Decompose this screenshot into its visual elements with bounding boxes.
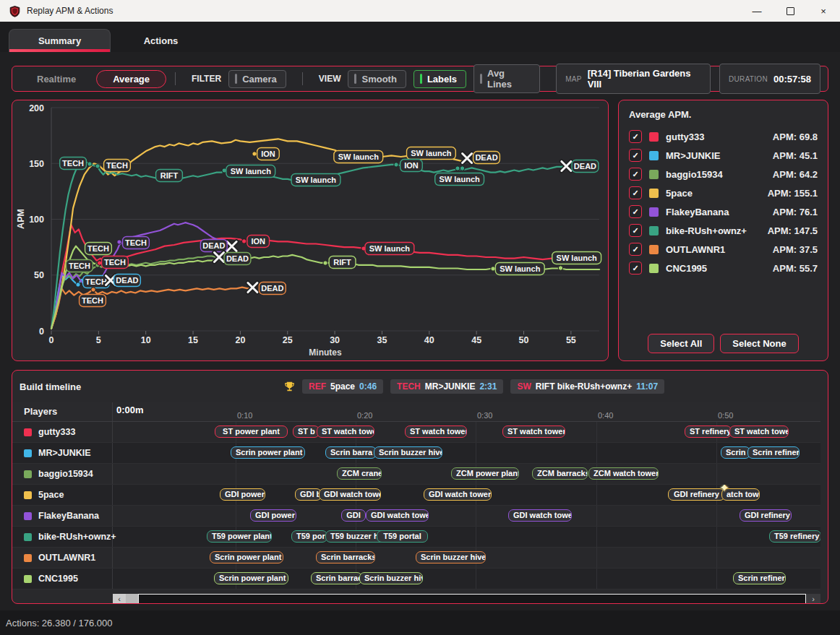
scrollbar-track[interactable] — [126, 594, 138, 604]
x-tick-label: 25 — [283, 335, 293, 345]
smooth-toggle[interactable]: Smooth — [348, 70, 406, 88]
build-badge[interactable]: T59 refinery — [769, 530, 820, 543]
build-badge[interactable]: ZCM power plant — [451, 467, 519, 480]
player-checkbox[interactable]: ✓ — [629, 149, 642, 162]
average-button[interactable]: Average — [96, 70, 166, 88]
build-badge[interactable]: ST watch tower — [502, 426, 565, 438]
player-name: FlakeyBanana — [666, 207, 729, 217]
player-checkbox[interactable]: ✓ — [629, 243, 642, 256]
maximize-button[interactable] — [773, 0, 807, 22]
timeline-player-name: bike-RUsh+ownz+ — [38, 532, 116, 542]
build-badge[interactable]: ST refinery — [685, 426, 732, 438]
build-badge[interactable]: Scrin buzzer hive — [374, 446, 442, 459]
player-checkbox[interactable]: ✓ — [629, 205, 642, 218]
milestone-badge: TECHMR>JUNKIE2:31 — [390, 379, 503, 394]
time-tick-label: 0:30 — [477, 411, 492, 420]
milestone-tag: TECH — [397, 381, 421, 392]
timeline-gridline — [716, 548, 717, 568]
event-label: TECH — [69, 262, 90, 270]
scrollbar-thumb[interactable] — [138, 594, 806, 604]
build-badge[interactable]: GDI refinery — [668, 488, 725, 501]
apm-chart: 0501001502000510152025303540455055APMMin… — [12, 100, 608, 360]
duration-label: DURATION — [729, 75, 768, 83]
scroll-right-button[interactable]: › — [806, 594, 820, 604]
player-checkbox[interactable]: ✓ — [629, 186, 642, 199]
tab-summary[interactable]: Summary — [9, 29, 111, 52]
y-tick-label: 150 — [29, 159, 44, 169]
timeline-track: ZCM craneZCM power plantZCM barracksZCM … — [113, 464, 820, 484]
build-badge[interactable]: ST watch tower — [729, 426, 789, 438]
build-badge[interactable]: ZCM crane — [337, 467, 382, 480]
build-badge[interactable]: Scrin — [721, 446, 750, 459]
tab-actions[interactable]: Actions — [111, 30, 211, 52]
milestone-time: 2:31 — [479, 381, 497, 392]
apm-chart-panel: 0501001502000510152025303540455055APMMin… — [12, 100, 609, 361]
star-icon: ✦ — [719, 485, 729, 496]
timeline-player-name: MR>JUNKIE — [38, 448, 91, 458]
timeline-player-cell: OUTLAWNR1 — [12, 548, 113, 568]
select-none-button[interactable]: Select None — [720, 334, 798, 353]
player-checkbox[interactable]: ✓ — [629, 262, 642, 275]
select-all-button[interactable]: Select All — [648, 334, 714, 353]
scroll-left-button[interactable]: ‹ — [113, 594, 126, 604]
build-badge[interactable]: GDI watch tower — [319, 488, 381, 501]
replay-apm-window: Replay APM & Actions — × Summary Actions… — [0, 0, 840, 635]
build-badge[interactable]: Scrin buzzer hive — [416, 551, 486, 563]
build-badge[interactable]: ST b — [293, 426, 320, 438]
x-tick-label: 40 — [424, 335, 434, 345]
event-label: SW launch — [440, 175, 481, 183]
event-dot — [252, 152, 257, 156]
labels-toggle[interactable]: Labels — [413, 70, 466, 88]
minimize-button[interactable]: — — [740, 0, 773, 22]
build-badge[interactable]: ZCM watch tower — [588, 467, 659, 480]
player-color-swatch — [24, 470, 32, 478]
player-checkbox[interactable]: ✓ — [629, 130, 642, 143]
build-badge[interactable]: Scrin power plant — [210, 551, 283, 563]
event-label: TECH — [82, 296, 103, 305]
build-badge[interactable]: GDI watch tower — [424, 488, 492, 501]
timeline-player-name: 5pace — [38, 490, 64, 500]
player-color-swatch — [649, 226, 659, 236]
event-dot — [455, 166, 460, 170]
build-badge[interactable]: GDI refinery — [740, 509, 792, 522]
build-badge[interactable]: GDI b — [295, 488, 322, 501]
timeline-scrollbar: ‹ › — [113, 594, 820, 604]
timeline-column-header: Players 0:00m0:100:200:300:400:50 — [12, 402, 820, 422]
timeline-gridline — [476, 569, 476, 589]
player-color-swatch — [24, 428, 32, 436]
build-badge[interactable]: GDI power — [220, 488, 265, 501]
timeline-rows: gutty333ST power plantST bST watch tower… — [12, 422, 820, 589]
build-badge[interactable]: ST watch tower — [317, 426, 374, 438]
build-badge[interactable]: Scrin power plant — [214, 572, 288, 584]
build-badge[interactable]: Scrin refinery. — [733, 572, 786, 584]
build-badge[interactable]: Scrin barra — [325, 446, 377, 459]
y-tick-label: 200 — [29, 103, 44, 113]
build-badge[interactable]: GDI — [341, 509, 366, 522]
avg-lines-toggle[interactable]: Avg Lines — [473, 64, 540, 93]
camera-toggle[interactable]: Camera — [228, 70, 286, 88]
build-badge[interactable]: GDI power — [250, 509, 296, 522]
build-badge[interactable]: T59 por — [291, 530, 327, 543]
player-checkbox[interactable]: ✓ — [629, 168, 642, 181]
build-badge[interactable]: ST watch tower — [405, 426, 467, 438]
duration-infobox: DURATION 00:57:58 — [719, 64, 820, 94]
build-badge[interactable]: T59 portal — [377, 530, 428, 543]
build-badge[interactable]: GDI watch tower — [366, 509, 429, 522]
build-badge[interactable]: Scrin power plant — [231, 446, 305, 459]
build-badge[interactable]: Scrin refinery. — [747, 446, 800, 459]
realtime-button[interactable]: Realtime — [20, 71, 93, 87]
build-badge[interactable]: ST power plant — [215, 426, 288, 438]
player-checkbox[interactable]: ✓ — [629, 224, 642, 237]
milestone-tag: SW — [517, 381, 531, 392]
player-apm: APM: 76.1 — [773, 207, 818, 217]
close-button[interactable]: × — [807, 0, 840, 22]
build-badge[interactable]: GDI watch tower — [508, 509, 572, 522]
event-dot — [491, 267, 495, 271]
event-label: ION — [251, 237, 265, 246]
build-badge[interactable]: Scrin buzzer hive — [359, 572, 423, 584]
build-badge[interactable]: Scrin barrac — [311, 572, 362, 584]
build-badge[interactable]: ZCM barracks — [532, 467, 588, 480]
build-badge[interactable]: T59 power plant — [207, 530, 272, 543]
build-badge[interactable]: Scrin barracks — [316, 551, 375, 563]
timeline-player-name: baggio15934 — [38, 469, 93, 479]
